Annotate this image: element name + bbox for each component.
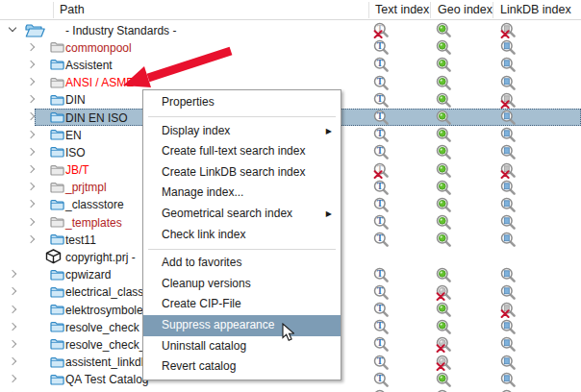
menu-item-create-cip-file[interactable]: Create CIP-File	[143, 294, 341, 315]
chevron-right-icon[interactable]	[27, 183, 35, 190]
geo-index-ok-icon	[436, 75, 452, 91]
column-divider[interactable]	[53, 2, 54, 18]
folder-icon	[50, 356, 64, 368]
svg-text:T: T	[377, 233, 384, 243]
tree-row-label: assistent_linkdb	[65, 355, 147, 369]
tree-row[interactable]: Training T	[0, 388, 581, 392]
menu-item-properties[interactable]: Properties	[143, 92, 341, 113]
chevron-right-icon[interactable]	[27, 112, 35, 120]
column-header-linkdb-index[interactable]: LinkDB index	[500, 3, 571, 16]
column-divider[interactable]	[493, 2, 493, 18]
linkdb-index-ok-icon	[500, 355, 517, 371]
column-header-path[interactable]: Path	[60, 3, 85, 16]
geo-index-disabled-icon	[436, 336, 452, 353]
chevron-right-icon[interactable]	[9, 357, 16, 365]
text-index-ok-icon: T	[373, 267, 390, 283]
column-header-row: Path Text index Geo index LinkDB index	[0, 0, 581, 20]
chevron-right-icon[interactable]	[9, 287, 16, 295]
chevron-right-icon[interactable]	[27, 200, 35, 208]
menu-item-geometrical-search-index[interactable]: Geometrical search index▶	[143, 204, 341, 225]
tree-row[interactable]: - Industry Standards - T	[0, 21, 581, 38]
tree-row-label: _prjtmpl	[65, 181, 107, 194]
menu-item-label: Suppress appearance	[162, 318, 274, 331]
svg-text:T: T	[377, 147, 384, 157]
tree-row-label: copyright.prj -	[65, 251, 136, 264]
menu-item-label: Add to favorites	[162, 256, 241, 269]
menu-item-uninstall-catalog[interactable]: Uninstall catalog	[143, 336, 341, 357]
menu-item-add-to-favorites[interactable]: Add to favorites	[143, 253, 341, 274]
chevron-right-icon[interactable]	[27, 130, 35, 137]
tree-row-label: _templates	[65, 216, 122, 230]
text-index-ok-icon: T	[373, 127, 390, 143]
chevron-right-icon[interactable]	[9, 340, 16, 348]
chevron-right-icon[interactable]	[27, 78, 35, 86]
chevron-right-icon[interactable]	[27, 165, 35, 173]
folder-icon	[50, 164, 64, 176]
tree-row-label: DIN	[65, 93, 86, 107]
svg-text:T: T	[377, 269, 384, 279]
text-index-ok-icon: T	[373, 372, 390, 388]
folder-icon	[50, 41, 64, 53]
tree-row-label: QA Test Catalog	[65, 373, 149, 386]
menu-item-check-link-index[interactable]: Check link index	[143, 225, 341, 246]
folder-icon	[50, 374, 64, 385]
linkdb-index-ok-icon	[500, 267, 517, 283]
menu-item-label: Revert catalog	[162, 359, 236, 373]
chevron-right-icon[interactable]	[27, 95, 35, 103]
menu-item-create-linkdb-search-index[interactable]: Create LinkDB search index	[143, 162, 341, 184]
column-divider[interactable]	[430, 2, 431, 18]
folder-icon	[50, 216, 64, 228]
folder-icon	[50, 129, 64, 140]
menu-item-cleanup-versions[interactable]: Cleanup versions	[143, 274, 341, 295]
text-index-ok-icon: T	[373, 110, 390, 126]
menu-item-label: Display index	[162, 124, 230, 137]
chevron-right-icon[interactable]	[27, 61, 35, 68]
column-header-geo-index[interactable]: Geo index	[438, 3, 493, 16]
folder-icon	[50, 77, 64, 88]
context-menu: PropertiesDisplay index▶Create full-text…	[142, 89, 341, 380]
linkdb-index-ok-icon	[500, 180, 517, 196]
svg-text:T: T	[377, 286, 384, 296]
linkdb-index-ok-icon	[500, 110, 517, 126]
chevron-right-icon[interactable]	[27, 217, 35, 225]
column-divider[interactable]	[368, 2, 369, 18]
text-index-ok-icon: T	[373, 355, 390, 371]
linkdb-index-ok-icon	[500, 75, 517, 91]
text-index-ok-icon: T	[373, 57, 390, 73]
menu-item-create-full-text-search-index[interactable]: Create full-text search index	[143, 141, 341, 162]
geo-index-disabled-icon	[436, 284, 452, 301]
linkdb-index-ok-icon	[500, 232, 517, 248]
linkdb-index-disabled-icon	[500, 162, 517, 179]
svg-text:T: T	[377, 129, 384, 138]
chevron-right-icon[interactable]	[9, 322, 16, 330]
chevron-right-icon[interactable]	[27, 235, 35, 243]
menu-item-suppress-appearance[interactable]: Suppress appearance	[143, 315, 341, 336]
chevron-right-icon[interactable]	[9, 305, 16, 312]
chevron-right-icon[interactable]	[9, 270, 16, 278]
linkdb-index-ok-icon	[500, 372, 517, 388]
geo-index-ok-icon	[436, 162, 452, 179]
text-index-disabled-icon: T	[373, 22, 390, 38]
linkdb-index-ok-icon	[500, 284, 517, 301]
column-header-text-index[interactable]: Text index	[375, 3, 429, 16]
menu-item-display-index[interactable]: Display index▶	[143, 121, 341, 142]
tree-row[interactable]: Assistent T	[0, 56, 581, 73]
folder-icon	[50, 111, 64, 123]
folder-icon	[50, 286, 64, 298]
menu-item-label: Create LinkDB search index	[162, 165, 305, 179]
tree-row[interactable]: commonpool T	[0, 38, 581, 56]
folder-icon	[50, 338, 64, 350]
tree-row-label: - Industry Standards -	[65, 24, 176, 37]
chevron-right-icon[interactable]	[27, 148, 35, 156]
menu-item-manage-index[interactable]: Manage index...	[143, 183, 341, 204]
menu-item-label: Manage index...	[162, 185, 243, 199]
chevron-right-icon[interactable]	[27, 42, 35, 50]
menu-item-revert-catalog[interactable]: Revert catalog	[143, 356, 341, 378]
menu-item-label: Check link index	[162, 228, 245, 241]
folder-icon	[50, 199, 64, 210]
chevron-down-icon[interactable]	[9, 23, 16, 31]
svg-text:T: T	[377, 339, 384, 349]
geo-index-ok-icon	[436, 92, 452, 109]
chevron-right-icon[interactable]	[9, 375, 16, 382]
text-index-ok-icon: T	[373, 232, 390, 248]
